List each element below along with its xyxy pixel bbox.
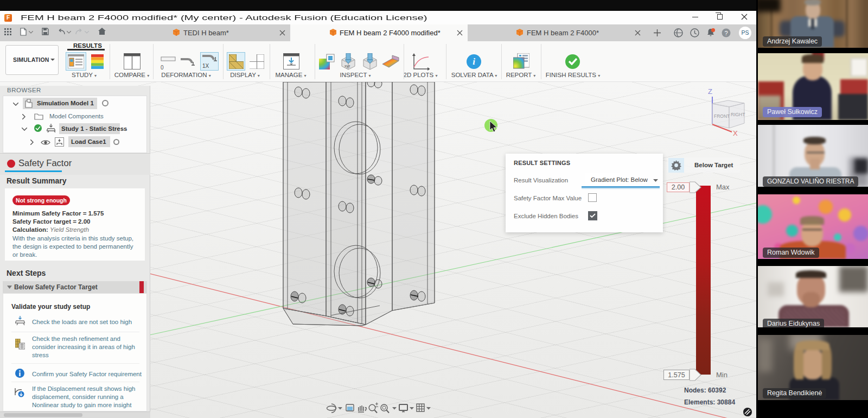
svg-text:FRONT: FRONT <box>714 113 730 119</box>
svg-text:xyz: xyz <box>344 64 350 68</box>
svg-text:Z: Z <box>708 87 712 96</box>
svg-text:0: 0 <box>161 65 164 71</box>
svg-text:RIGHT: RIGHT <box>731 112 745 117</box>
svg-text:1X: 1X <box>202 63 209 69</box>
svg-text:X: X <box>733 129 738 137</box>
svg-text:?: ? <box>724 30 727 36</box>
